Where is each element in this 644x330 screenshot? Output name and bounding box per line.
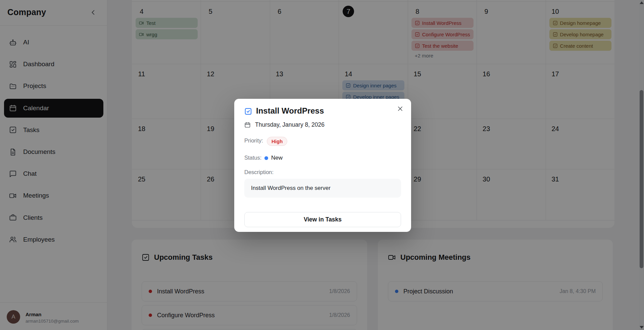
modal-date: Thursday, January 8, 2026 xyxy=(255,121,325,128)
status-value: New xyxy=(271,155,283,161)
modal-title: Install WordPress xyxy=(256,106,324,116)
square-check-icon xyxy=(244,108,252,115)
description-box: Install WordPress on the server xyxy=(244,179,401,198)
description-label: Description: xyxy=(244,169,274,175)
description-text: Install WordPress on the server xyxy=(251,179,331,198)
event-details-modal: Install WordPress Thursday, January 8, 2… xyxy=(234,99,411,232)
calendar-icon xyxy=(244,122,251,128)
app-root: 4Testwrgg5678Install WordPressConfigure … xyxy=(0,0,644,330)
close-icon[interactable] xyxy=(397,106,403,112)
priority-badge: High xyxy=(267,137,287,146)
view-in-tasks-button[interactable]: View in Tasks xyxy=(244,212,401,227)
status-label: Status: xyxy=(244,155,261,161)
status-dot xyxy=(264,156,268,160)
priority-label: Priority: xyxy=(244,137,263,144)
